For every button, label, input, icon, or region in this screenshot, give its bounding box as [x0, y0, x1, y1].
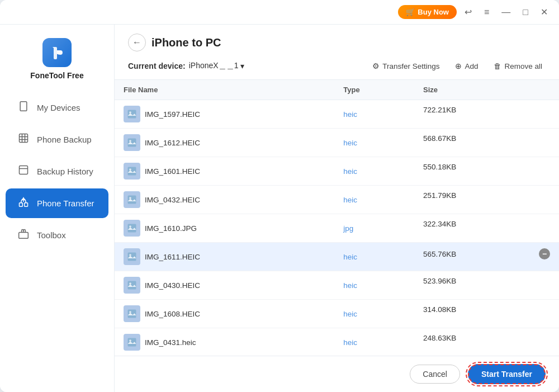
file-type-cell: heic	[334, 328, 414, 356]
device-name-dropdown[interactable]: iPhoneX＿＿1 ▾	[189, 61, 245, 71]
file-size-cell: 322.34KB	[414, 214, 559, 234]
maximize-button[interactable]: □	[518, 5, 533, 20]
transfer-settings-button[interactable]: ⚙ Transfer Settings	[369, 59, 443, 73]
sidebar: FoneTool Free My Devices	[0, 25, 115, 392]
content-header: ← iPhone to PC Current device: iPhoneX＿＿…	[115, 25, 559, 80]
file-name-text: IMG_0430.HEIC	[145, 281, 200, 290]
file-size-text: 568.67KB	[423, 134, 456, 143]
file-type-text: heic	[343, 167, 357, 176]
file-name-text: IMG_1611.HEIC	[145, 253, 200, 261]
file-size-text: 322.34KB	[423, 220, 456, 228]
svg-rect-5	[25, 203, 28, 207]
table-row[interactable]: IMG_1610.JPG jpg322.34KB	[115, 214, 559, 243]
sidebar-item-phone-backup[interactable]: Phone Backup	[6, 125, 108, 154]
start-transfer-button[interactable]: Start Transfer	[468, 364, 546, 384]
file-type-cell: jpg	[334, 214, 414, 243]
sidebar-item-toolbox[interactable]: Toolbox	[6, 220, 108, 250]
file-name-cell: IMG_1610.JPG	[115, 214, 334, 243]
sidebar-item-my-devices[interactable]: My Devices	[6, 93, 108, 122]
table-row[interactable]: IMG_1597.HEIC heic722.21KB	[115, 100, 559, 129]
file-name-cell: IMG_1612.HEIC	[115, 129, 334, 157]
file-name-text: IMG_0432.HEIC	[145, 196, 200, 204]
file-thumbnail-icon	[124, 248, 140, 265]
file-name-cell: IMG_1601.HEIC	[115, 157, 334, 186]
svg-rect-13	[128, 196, 136, 204]
file-type-text: heic	[343, 253, 357, 261]
table-row[interactable]: IMG_1612.HEIC heic568.67KB	[115, 129, 559, 157]
file-type-cell: heic	[334, 300, 414, 328]
file-thumbnail-icon	[124, 163, 140, 180]
settings-icon: ⚙	[372, 62, 380, 70]
device-label: Current device:	[128, 62, 186, 70]
app-name: FoneTool Free	[30, 70, 83, 81]
file-type-text: heic	[343, 338, 357, 347]
add-label: Add	[465, 62, 478, 70]
cancel-label: Cancel	[423, 370, 447, 379]
file-size-cell: 251.79KB	[414, 186, 559, 205]
sidebar-item-phone-transfer[interactable]: Phone Transfer	[6, 188, 108, 218]
toolbox-icon	[17, 228, 30, 242]
table-row[interactable]: IMG_0430.HEIC heic523.96KB	[115, 271, 559, 300]
file-name-cell: IMG_0430.HEIC	[115, 271, 334, 300]
file-type-cell: heic	[334, 186, 414, 214]
file-size-text: 722.21KB	[423, 106, 456, 114]
svg-rect-21	[128, 310, 136, 318]
minimize-button[interactable]: —	[497, 5, 515, 20]
file-size-cell: 550.18KB	[414, 157, 559, 177]
sidebar-label-toolbox: Toolbox	[37, 230, 66, 240]
content-footer: Cancel Start Transfer	[115, 356, 559, 392]
file-type-text: heic	[343, 139, 357, 147]
file-type-text: heic	[343, 281, 357, 290]
svg-rect-3	[20, 166, 28, 174]
svg-rect-0	[20, 102, 27, 111]
svg-point-24	[129, 339, 131, 342]
minimize-icon: —	[501, 7, 510, 17]
buy-now-button[interactable]: 🛒 Buy Now	[398, 5, 457, 19]
file-thumbnail-icon	[124, 220, 140, 237]
backup-icon	[17, 133, 30, 147]
table-row[interactable]: IMG_0431.heic heic248.63KB	[115, 328, 559, 356]
table-row[interactable]: IMG_1601.HEIC heic550.18KB	[115, 157, 559, 186]
close-icon: ✕	[541, 7, 548, 17]
cart-icon: 🛒	[406, 8, 415, 16]
undo-button[interactable]: ↩	[460, 4, 476, 20]
table-row[interactable]: IMG_1611.HEIC heic565.76KB−	[115, 243, 559, 271]
file-thumbnail-icon	[124, 305, 140, 322]
close-button[interactable]: ✕	[536, 4, 552, 20]
svg-rect-19	[128, 281, 136, 290]
file-size-cell: 248.63KB	[414, 328, 559, 348]
sidebar-label-backup-history: Backup History	[37, 167, 93, 176]
file-name-text: IMG_1597.HEIC	[145, 110, 200, 119]
app-window: 🛒 Buy Now ↩ ≡ — □ ✕	[0, 0, 559, 392]
file-table-container[interactable]: File Name Type Size IMG_1597.HEI	[115, 80, 559, 356]
column-header-type: Type	[334, 80, 414, 100]
menu-button[interactable]: ≡	[480, 5, 494, 20]
add-button[interactable]: ⊕ Add	[452, 59, 481, 73]
file-name-cell: IMG_0431.heic	[115, 328, 334, 356]
table-row[interactable]: IMG_0432.HEIC heic251.79KB	[115, 186, 559, 214]
table-row[interactable]: IMG_1608.HEIC heic314.08KB	[115, 300, 559, 328]
svg-rect-23	[128, 338, 136, 347]
file-name-cell: IMG_1608.HEIC	[115, 300, 334, 328]
file-size-cell: 722.21KB	[414, 100, 559, 120]
history-icon	[17, 164, 30, 178]
remove-all-button[interactable]: 🗑 Remove all	[490, 60, 546, 73]
svg-rect-17	[128, 253, 136, 261]
sidebar-item-backup-history[interactable]: Backup History	[6, 157, 108, 186]
maximize-icon: □	[523, 7, 528, 17]
file-size-cell: 523.96KB	[414, 271, 559, 291]
start-transfer-label: Start Transfer	[481, 370, 532, 379]
titlebar: 🛒 Buy Now ↩ ≡ — □ ✕	[0, 0, 559, 25]
undo-icon: ↩	[465, 7, 472, 17]
file-type-text: heic	[343, 196, 357, 204]
remove-item-button[interactable]: −	[539, 248, 550, 259]
cancel-button[interactable]: Cancel	[410, 365, 460, 384]
file-thumbnail-icon	[124, 134, 140, 151]
svg-rect-7	[128, 110, 136, 119]
file-size-cell: 568.67KB	[414, 129, 559, 148]
file-type-cell: heic	[334, 129, 414, 157]
column-header-filename: File Name	[115, 80, 334, 100]
back-button[interactable]: ←	[128, 34, 146, 51]
svg-rect-9	[128, 139, 136, 147]
file-thumbnail-icon	[124, 106, 140, 122]
